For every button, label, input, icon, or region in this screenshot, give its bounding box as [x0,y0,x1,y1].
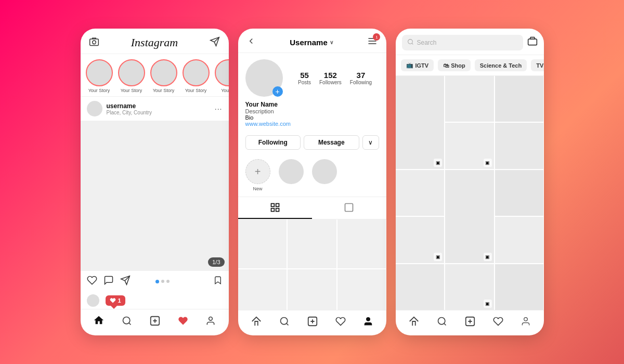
profile-action-buttons: Following Message ∨ [238,132,386,155]
post-location: Place, City, Country [107,110,152,115]
nav-search-icon-p[interactable] [279,316,290,329]
svg-line-30 [444,323,446,326]
feed-post: username Place, City, Country ··· 1/3 [81,97,229,309]
grid-cell-6[interactable] [337,269,386,310]
explore-cell-11[interactable] [396,264,445,310]
explore-cell-9[interactable]: ▣ [396,217,445,263]
svg-rect-28 [528,39,537,45]
story-item-3[interactable]: Your Story [183,59,210,93]
story-avatar-own [86,59,113,86]
post-more-button[interactable]: ··· [215,105,223,113]
story-item-2[interactable]: Your Story [150,59,177,93]
nav-profile-icon-e[interactable] [521,316,531,329]
nav-profile-icon-p[interactable] [363,316,373,329]
profile-back-icon[interactable] [246,36,256,48]
post-user-action-row: 1 [81,292,229,309]
grid-cell-2[interactable] [288,219,336,268]
bio-text: Bio [245,114,379,121]
shop-icon: 🛍 [443,62,449,69]
explore-cell-4[interactable]: ▣ [445,123,494,168]
explore-cell-2[interactable] [445,76,494,122]
nav-home-icon-e[interactable] [408,316,420,329]
followers-label: Followers [319,80,342,85]
nav-heart-icon[interactable] [178,316,188,329]
bio-name: Your Name [245,101,379,108]
nav-home-icon[interactable] [93,315,105,329]
nav-heart-icon-p[interactable] [335,316,346,329]
stories-row: Your Story Your Story Your Story Your St… [81,54,229,97]
explore-cell-13[interactable] [495,264,544,310]
profile-tabs [238,197,386,219]
highlight-new[interactable]: + New [245,159,270,191]
post-user-info: username Place, City, Country [107,102,152,115]
nav-add-icon[interactable] [149,315,161,329]
svg-rect-18 [276,209,279,212]
svg-line-27 [412,43,413,44]
share-icon[interactable] [120,275,131,288]
explore-cell-3[interactable] [495,76,544,122]
nav-search-icon-e[interactable] [437,316,447,329]
search-icon [407,38,414,47]
highlight-1[interactable] [279,159,304,191]
category-science-tech-label: Science & Tech [480,62,522,69]
explore-cell-12[interactable]: ▣ [445,264,494,310]
explore-cell-tall-2[interactable]: ▣ [445,170,494,263]
highlight-new-circle[interactable]: + [245,159,270,184]
camera-icon-explore[interactable] [527,36,538,49]
category-science-tech[interactable]: Science & Tech [475,59,527,71]
svg-point-11 [209,317,213,320]
grid-cell-5[interactable] [288,269,336,310]
profile-info: + 55 Posts 152 Followers 37 Following [238,53,386,101]
explore-cell-badge-1: ▣ [434,159,442,167]
camera-icon[interactable] [89,36,99,49]
tab-tagged[interactable] [312,197,386,219]
highlight-circle-1[interactable] [279,159,304,184]
following-button[interactable]: Following [245,135,301,150]
like-badge: 1 [106,295,125,306]
story-item-own[interactable]: Your Story [86,59,113,93]
svg-point-29 [438,318,445,324]
category-igtv[interactable]: 📺 IGTV [401,59,434,71]
tab-grid[interactable] [238,197,313,219]
nav-add-icon-e[interactable] [464,316,476,329]
comment-icon[interactable] [103,275,114,288]
bookmark-icon[interactable] [213,275,223,288]
profile-username-text: Username [290,38,328,47]
category-tv[interactable]: TV & mov [531,59,543,71]
menu-icon-wrap[interactable]: 1 [367,36,378,48]
bio-website[interactable]: www.website.com [245,121,379,127]
post-counter: 1/3 [208,257,224,267]
dropdown-button[interactable]: ∨ [362,135,379,150]
nav-profile-icon[interactable] [205,316,216,329]
posts-count: 55 [300,71,309,80]
message-button[interactable]: Message [304,135,359,150]
like-icon[interactable] [87,275,97,288]
username-chevron[interactable]: ∨ [330,40,333,45]
explore-cell-5[interactable] [495,123,544,168]
category-tv-label: TV & mov [536,62,543,69]
explore-cell-8[interactable] [495,170,544,216]
send-icon[interactable] [210,36,220,49]
story-item-4[interactable]: Your S [215,59,229,93]
grid-cell-3[interactable] [337,219,386,268]
explore-cell-tall-1[interactable]: ▣ [396,76,445,169]
phone-explore: Search 📺 IGTV 🛍 Shop Science & Tech TV &… [396,29,544,335]
category-shop[interactable]: 🛍 Shop [438,59,471,71]
search-bar[interactable]: Search [402,35,523,50]
explore-cell-10[interactable] [495,217,544,263]
story-item-1[interactable]: Your Story [118,59,145,93]
nav-search-icon[interactable] [122,316,132,329]
svg-line-21 [287,323,289,326]
nav-home-icon-p[interactable] [251,316,262,329]
grid-cell-4[interactable] [238,269,287,310]
explore-cell-6[interactable] [396,170,445,216]
nav-add-icon-p[interactable] [307,316,318,329]
profile-bio: Your Name Description Bio www.website.co… [238,101,386,132]
add-story-button[interactable]: + [272,86,283,97]
nav-heart-icon-e[interactable] [493,316,503,329]
grid-cell-1[interactable] [238,219,287,268]
highlight-circle-2[interactable] [312,159,337,184]
explore-cell-badge-7: ▣ [484,253,492,261]
followers-count: 152 [324,71,337,80]
highlight-2[interactable] [312,159,337,191]
